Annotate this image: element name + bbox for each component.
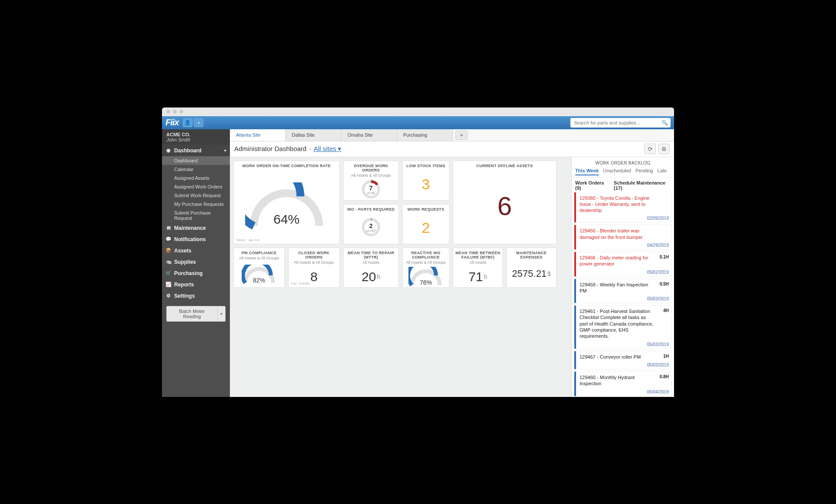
nav-sub-item[interactable]: My Purchase Requests <box>162 200 230 208</box>
nav-label: Maintenance <box>174 225 206 231</box>
box-icon: 📦 <box>165 248 172 254</box>
widget-value: 8 <box>310 269 318 284</box>
tab-dallas-site[interactable]: Dallas Site <box>286 129 341 141</box>
backlog-sched-count[interactable]: Schedule Maintenance (17) <box>614 180 671 191</box>
nav-sub-item[interactable]: Dashboard <box>162 156 230 165</box>
browser-window: Fiix 👤 + 🔍 ACME CO. John Smith ◉ Dashboa… <box>162 108 674 397</box>
nav-sub-item[interactable]: Submit Purchase Request <box>162 208 230 222</box>
widget-closed[interactable]: CLOSED WORK ORDERS All Assets & All Grou… <box>288 248 340 288</box>
widgets-area: WORK ORDER ON-TIME COMPLETION RATE 64% S… <box>230 157 571 397</box>
widget-title: CURRENT OFFLINE ASSETS <box>475 161 535 169</box>
widget-sub: All Assets & All Groups <box>406 260 446 266</box>
widget-title: LOW STOCK ITEMS <box>405 161 447 169</box>
user-menu-button[interactable]: 👤 <box>183 118 192 127</box>
backlog-card[interactable]: 129360 - Toyota Corolla - Engine Issue -… <box>574 192 671 223</box>
nav-label: Purchasing <box>174 270 202 276</box>
batch-meter-caret[interactable]: ▾ <box>218 306 226 322</box>
widget-title: MEAN TIME TO REPAIR (MTTR) <box>344 248 398 260</box>
dashboard-icon: ◉ <box>165 148 172 154</box>
backlog-tab[interactable]: This Week <box>575 168 599 175</box>
nav-assets[interactable]: 📦Assets <box>162 245 230 256</box>
chat-icon: 💬 <box>165 236 172 242</box>
widget-overdue[interactable]: OVERDUE WORK ORDERS All Assets & All Gro… <box>343 161 399 201</box>
backlog-wo-count[interactable]: Work Orders (9) <box>575 180 609 191</box>
widget-unit: h <box>484 273 487 280</box>
card-hours: 0.5H <box>660 282 669 286</box>
nav-purchasing[interactable]: 🛒Purchasing <box>162 268 230 279</box>
batch-meter-button[interactable]: Batch Meter Reading <box>166 306 218 322</box>
backlog-title: WORK ORDER BACKLOG <box>572 157 674 168</box>
backlog-card[interactable]: 129450 - Blender trailer was damaged on … <box>574 225 671 249</box>
add-button[interactable]: + <box>194 118 203 127</box>
backlog-card[interactable]: 129466 - Daily meter reading for power g… <box>574 252 671 276</box>
browser-titlebar <box>162 108 674 116</box>
caret-icon: ▾ <box>338 145 341 152</box>
nav-sub-item[interactable]: Submit Work Request <box>162 191 230 200</box>
backlog-card[interactable]: 129460 - Monthly Hydrant Inspection0.8H0… <box>574 372 671 396</box>
backlog-tab[interactable]: Unscheduled <box>603 168 631 175</box>
logo: Fiix <box>165 118 179 128</box>
widget-title: PM COMPLIANCE <box>240 248 278 256</box>
card-hours: 4H <box>663 308 669 313</box>
card-title: 129459 - Weekly Fan Inspection PM <box>580 282 669 294</box>
donut-of: of 48 <box>367 191 375 195</box>
card-title: 129461 - Post-Harvest Sanitation Checkli… <box>580 308 669 339</box>
nav-maintenance[interactable]: 🛠Maintenance <box>162 222 230 234</box>
widget-mttr[interactable]: MEAN TIME TO REPAIR (MTTR) All Assets 20… <box>343 248 399 288</box>
tab-atlanta-site[interactable]: Atlanta Site <box>230 129 286 141</box>
widget-value: 71 <box>469 269 483 284</box>
add-tab-button[interactable]: + <box>455 131 468 140</box>
nav-notifications[interactable]: 💬Notifications <box>162 234 230 245</box>
widget-requests[interactable]: WORK REQUESTS 2 <box>402 204 449 244</box>
cart2-icon: 🛒 <box>165 270 172 276</box>
widget-title: WORK ORDER ON-TIME COMPLETION RATE <box>240 161 332 169</box>
gauge-value: 82% <box>242 277 276 284</box>
widget-woparts[interactable]: WO - PARTS REQUIRED 2of 297 <box>343 204 399 244</box>
card-date: 05/04/2019 <box>580 390 669 394</box>
gauge-value: 76% <box>408 279 443 286</box>
nav-dashboard[interactable]: ◉ Dashboard ▾ <box>162 145 230 156</box>
window-min-dot[interactable] <box>173 110 177 114</box>
widget-pm[interactable]: PM COMPLIANCE All Assets & All Groups 82… <box>233 248 285 288</box>
tab-omaha-site[interactable]: Omaha Site <box>341 129 397 141</box>
nav-sub-item[interactable]: Assigned Work Orders <box>162 182 230 191</box>
nav-supplies[interactable]: 🛍Supplies <box>162 256 230 268</box>
chevron-down-icon: ▾ <box>224 148 226 153</box>
nav-settings[interactable]: ⚙Settings <box>162 290 230 302</box>
widget-value: 2575.21 <box>512 268 547 279</box>
backlog-card[interactable]: 129459 - Weekly Fan Inspection PM0.5H05/… <box>574 279 671 303</box>
card-date: 04/29/2019 <box>580 243 669 248</box>
nav-sub-item[interactable]: Calendar <box>162 165 230 174</box>
nav-reports[interactable]: 📈Reports <box>162 279 230 290</box>
backlog-card[interactable]: 129467 - Conveyor roller PM1H05/03/2019 <box>574 351 671 369</box>
nav-sub-item[interactable]: Assigned Assets <box>162 174 230 182</box>
window-max-dot[interactable] <box>179 110 183 114</box>
card-date: 05/02/2019 <box>580 270 669 275</box>
widget-mtbf[interactable]: MEAN TIME BETWEEN FAILURE (MTBF) All Ass… <box>453 248 503 288</box>
site-dropdown[interactable]: All sites ▾ <box>314 145 341 152</box>
donut-count: 7 <box>369 185 373 191</box>
card-date: 05/03/2019 <box>580 296 669 301</box>
refresh-button[interactable]: ⟳ <box>644 144 656 154</box>
widget-offline[interactable]: CURRENT OFFLINE ASSETS 6 <box>453 161 556 244</box>
window-close-dot[interactable] <box>166 110 170 114</box>
backlog-tab[interactable]: Late <box>657 168 667 175</box>
plus-icon: + <box>197 120 200 125</box>
widget-reactive[interactable]: REACTIVE WO COMPLIANCE All Assets & All … <box>402 248 449 288</box>
tab-purchasing[interactable]: Purchasing <box>397 129 453 141</box>
site-label: All sites <box>314 145 336 152</box>
backlog-card[interactable]: 129461 - Post-Harvest Sanitation Checkli… <box>574 306 671 348</box>
widget-title: MAINTENANCE EXPENSES <box>507 248 556 260</box>
widget-lowstock[interactable]: LOW STOCK ITEMS 3 <box>402 161 449 201</box>
page-title: Administrator Dashboard <box>234 145 307 152</box>
donut-count: 2 <box>369 223 373 229</box>
widget-ontime[interactable]: WORK ORDER ON-TIME COMPLETION RATE 64% S… <box>233 161 340 244</box>
widget-unit: h <box>377 273 381 280</box>
backlog-tab[interactable]: Pending <box>635 168 653 175</box>
widget-title: OVERDUE WORK ORDERS <box>344 161 398 173</box>
settings-button[interactable]: ⚙ <box>658 144 670 154</box>
widget-value: 3 <box>422 176 430 193</box>
widget-expenses[interactable]: MAINTENANCE EXPENSES 2575.21$ <box>506 248 556 288</box>
card-hours: 1H <box>663 354 669 359</box>
search-input[interactable] <box>570 118 671 128</box>
